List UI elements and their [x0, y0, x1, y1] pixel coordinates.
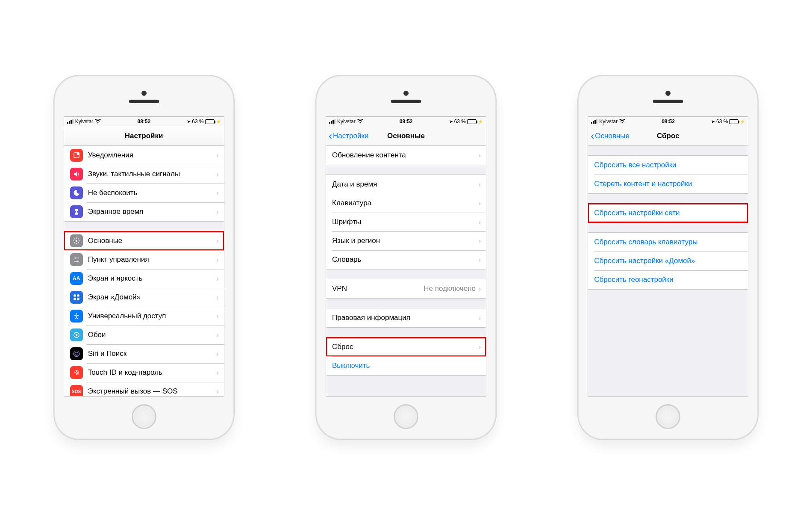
- row-сбросить-геонастройки[interactable]: Сбросить геонастройки: [588, 270, 748, 289]
- row-touch-id-и-код-пароль[interactable]: Touch ID и код-пароль›: [64, 363, 224, 382]
- reset-list[interactable]: Сбросить все настройкиСтереть контент и …: [588, 146, 748, 396]
- signal-icon: [591, 119, 597, 124]
- row-label: Шрифты: [332, 218, 478, 226]
- battery-pct: 63 %: [716, 118, 728, 124]
- display-icon: AA: [70, 272, 83, 285]
- screentime-icon: [70, 205, 83, 218]
- row-label: Клавиатура: [332, 199, 478, 207]
- row-label: Сбросить геонастройки: [594, 275, 743, 284]
- group-reset-network: Сбросить настройки сети: [588, 203, 748, 223]
- chevron-right-icon: ›: [478, 218, 481, 227]
- svg-point-2: [75, 240, 77, 242]
- row-клавиатура[interactable]: Клавиатура›: [326, 194, 486, 213]
- row-выключить[interactable]: Выключить: [326, 356, 486, 375]
- row-label: Сбросить словарь клавиатуры: [594, 238, 743, 246]
- dnd-icon: [70, 186, 83, 199]
- row-сброс[interactable]: Сброс›: [326, 337, 486, 356]
- settings-list[interactable]: Уведомления›Звуки, тактильные сигналы›Не…: [64, 146, 224, 396]
- chevron-right-icon: ›: [478, 284, 481, 293]
- sound-icon: [70, 168, 83, 181]
- row-экран-«домой»[interactable]: Экран «Домой»›: [64, 288, 224, 307]
- row-обои[interactable]: Обои›: [64, 326, 224, 344]
- carrier-label: Kyivstar: [337, 118, 356, 124]
- home-button[interactable]: [132, 404, 156, 429]
- status-bar: Kyivstar 08:52 ➤ 63 % ⚡: [588, 117, 748, 126]
- row-экстренный-вызов-—-sos[interactable]: SOSЭкстренный вызов — SOS›: [64, 382, 224, 396]
- control-icon: [70, 253, 83, 266]
- chevron-left-icon: ‹: [329, 131, 332, 141]
- row-label: Экстренный вызов — SOS: [88, 387, 216, 396]
- back-button[interactable]: ‹ Настройки: [329, 126, 368, 145]
- row-label: Экран и яркость: [88, 274, 216, 283]
- row-шрифты[interactable]: Шрифты›: [326, 213, 486, 231]
- chevron-right-icon: ›: [216, 274, 219, 283]
- notif-icon: [70, 149, 83, 162]
- chevron-right-icon: ›: [216, 387, 219, 396]
- row-сбросить-настройки-сети[interactable]: Сбросить настройки сети: [588, 204, 748, 222]
- chevron-right-icon: ›: [216, 189, 219, 198]
- group-datetime: Дата и время›Клавиатура›Шрифты›Язык и ре…: [326, 175, 486, 269]
- row-label: VPN: [332, 284, 424, 293]
- chevron-left-icon: ‹: [591, 131, 594, 141]
- chevron-right-icon: ›: [216, 237, 219, 246]
- general-list[interactable]: Обновление контента› Дата и время›Клавиа…: [326, 146, 486, 396]
- svg-point-4: [77, 260, 78, 262]
- row-стереть-контент-и-настройки[interactable]: Стереть контент и настройки: [588, 175, 748, 193]
- battery-icon: [467, 119, 477, 124]
- chevron-right-icon: ›: [478, 237, 481, 246]
- row-label: Уведомления: [88, 151, 216, 160]
- row-основные[interactable]: Основные›: [64, 231, 224, 250]
- location-icon: ➤: [449, 119, 453, 124]
- svg-rect-7: [74, 298, 76, 300]
- row-экран-и-яркость[interactable]: AAЭкран и яркость›: [64, 269, 224, 288]
- row-vpn[interactable]: VPNНе подключено›: [326, 279, 486, 298]
- back-label: Основные: [595, 132, 630, 140]
- clock: 08:52: [400, 118, 413, 124]
- navbar: Настройки: [64, 126, 224, 146]
- home-button[interactable]: [656, 404, 680, 429]
- home-button[interactable]: [394, 404, 418, 429]
- row-универсальный-доступ[interactable]: Универсальный доступ›: [64, 307, 224, 326]
- row-правовая-информация[interactable]: Правовая информация›: [326, 308, 486, 327]
- access-icon: [70, 310, 83, 323]
- row-сбросить-настройки-«домой»[interactable]: Сбросить настройки «Домой»: [588, 252, 748, 270]
- row-label: Правовая информация: [332, 314, 478, 322]
- chevron-right-icon: ›: [216, 207, 219, 216]
- camera-dot: [403, 91, 409, 96]
- battery-pct: 63 %: [192, 118, 203, 124]
- chevron-right-icon: ›: [478, 199, 481, 208]
- row-siri-и-поиск[interactable]: Siri и Поиск›: [64, 344, 224, 363]
- row-уведомления[interactable]: Уведомления›: [64, 146, 224, 165]
- row-label: Выключить: [332, 361, 481, 370]
- row-сбросить-словарь-клавиатуры[interactable]: Сбросить словарь клавиатуры: [588, 233, 748, 252]
- row-label: Экран «Домой»: [88, 293, 216, 302]
- group-notifications: Уведомления›Звуки, тактильные сигналы›Не…: [64, 146, 224, 222]
- row-звуки,-тактильные-сигналы[interactable]: Звуки, тактильные сигналы›: [64, 165, 224, 184]
- back-button[interactable]: ‹ Основные: [591, 126, 630, 145]
- chevron-right-icon: ›: [478, 343, 481, 352]
- navbar: ‹ Настройки Основные: [326, 126, 486, 146]
- row-обновление-контента[interactable]: Обновление контента›: [326, 146, 486, 165]
- chevron-right-icon: ›: [216, 255, 219, 264]
- row-сбросить-все-настройки[interactable]: Сбросить все настройки: [588, 156, 748, 175]
- group-reset-all: Сбросить все настройкиСтереть контент и …: [588, 155, 748, 194]
- chevron-right-icon: ›: [216, 312, 219, 321]
- row-экранное-время[interactable]: Экранное время›: [64, 202, 224, 221]
- wifi-icon: [619, 118, 625, 125]
- group-general: Основные›Пункт управления›AAЭкран и ярко…: [64, 231, 224, 396]
- wifi-icon: [95, 118, 101, 125]
- status-bar: Kyivstar 08:52 ➤ 63 % ⚡: [326, 117, 486, 126]
- row-язык-и-регион[interactable]: Язык и регион›: [326, 231, 486, 250]
- clock: 08:52: [662, 118, 675, 124]
- row-дата-и-время[interactable]: Дата и время›: [326, 175, 486, 194]
- camera-dot: [665, 91, 671, 96]
- row-пункт-управления[interactable]: Пункт управления›: [64, 250, 224, 269]
- row-не-беспокоить[interactable]: Не беспокоить›: [64, 184, 224, 202]
- screen: Kyivstar 08:52 ➤ 63 % ⚡ ‹ Настройки Осно…: [326, 116, 486, 397]
- location-icon: ➤: [711, 119, 715, 124]
- row-label: Обновление контента: [332, 151, 478, 160]
- row-label: Звуки, тактильные сигналы: [88, 170, 216, 178]
- row-словарь[interactable]: Словарь›: [326, 250, 486, 269]
- phone-general: Kyivstar 08:52 ➤ 63 % ⚡ ‹ Настройки Осно…: [316, 76, 496, 439]
- group-content-update: Обновление контента›: [326, 146, 486, 165]
